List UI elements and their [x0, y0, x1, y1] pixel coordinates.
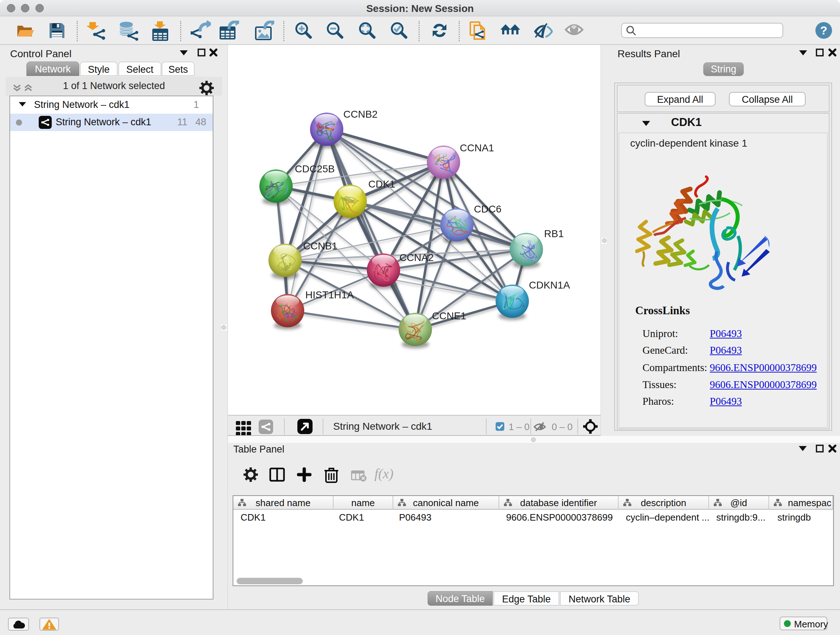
svg-text:RB1: RB1: [544, 228, 564, 239]
svg-text:CCNE1: CCNE1: [432, 310, 466, 321]
svg-text:CDC6: CDC6: [474, 203, 501, 215]
svg-text:HIST1H1A: HIST1H1A: [305, 289, 354, 301]
svg-text:CCNA1: CCNA1: [460, 142, 494, 154]
svg-text:CDC25B: CDC25B: [295, 163, 335, 174]
svg-text:CCNA2: CCNA2: [399, 252, 434, 263]
svg-text:CCNB1: CCNB1: [303, 241, 338, 252]
svg-text:?: ?: [820, 24, 827, 37]
svg-text:CDK1: CDK1: [368, 179, 395, 190]
svg-text:CDKN1A: CDKN1A: [529, 279, 570, 291]
svg-text:CCNB2: CCNB2: [343, 109, 378, 120]
